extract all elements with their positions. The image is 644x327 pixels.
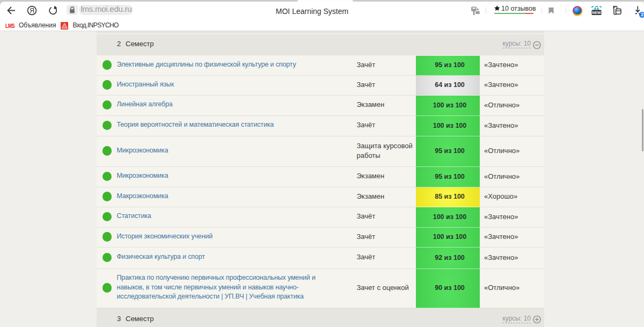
svg-text:Я: Я <box>30 7 34 14</box>
svg-text:NEW: NEW <box>592 11 601 14</box>
